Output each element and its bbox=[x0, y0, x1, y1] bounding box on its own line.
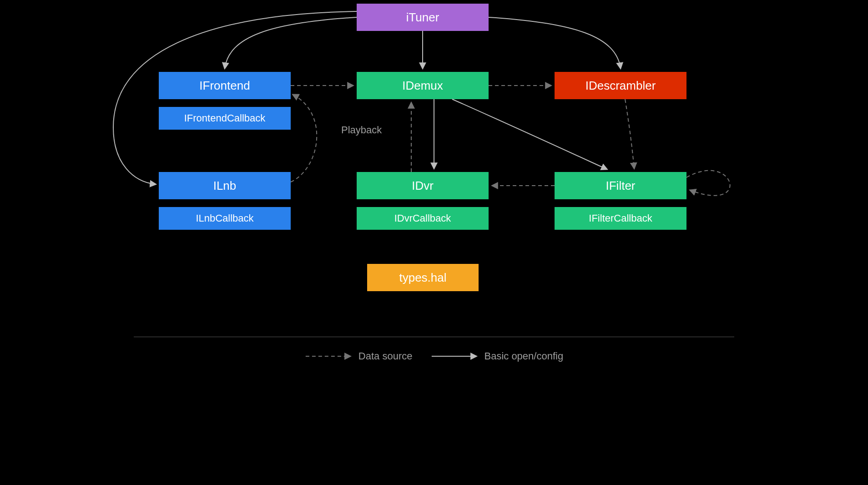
node-idemux: IDemux bbox=[357, 72, 489, 99]
node-idvrcallback: IDvrCallback bbox=[357, 207, 489, 230]
node-idvr: IDvr bbox=[357, 172, 489, 199]
node-idescrambler: IDescrambler bbox=[555, 72, 686, 99]
legend-dashed-arrow-icon bbox=[305, 352, 355, 361]
legend: Data source Basic open/config bbox=[305, 350, 563, 362]
legend-data-source-label: Data source bbox=[358, 350, 413, 362]
legend-solid-arrow-icon bbox=[430, 352, 480, 361]
node-ilnbcallback: ILnbCallback bbox=[159, 207, 291, 230]
diagram-stage: iTuner IFrontend IFrontendCallback ILnb … bbox=[88, 0, 780, 378]
node-ifiltercallback: IFilterCallback bbox=[555, 207, 686, 230]
legend-basic-label: Basic open/config bbox=[484, 350, 563, 362]
node-types: types.hal bbox=[367, 264, 479, 291]
node-ifrontendcallback: IFrontendCallback bbox=[159, 107, 291, 130]
legend-item-data-source: Data source bbox=[305, 350, 413, 362]
node-ifilter: IFilter bbox=[555, 172, 686, 199]
legend-divider bbox=[134, 337, 734, 337]
label-playback: Playback bbox=[341, 124, 382, 136]
node-ifrontend: IFrontend bbox=[159, 72, 291, 99]
node-ituner: iTuner bbox=[357, 4, 489, 31]
node-ilnb: ILnb bbox=[159, 172, 291, 199]
legend-item-basic: Basic open/config bbox=[430, 350, 563, 362]
